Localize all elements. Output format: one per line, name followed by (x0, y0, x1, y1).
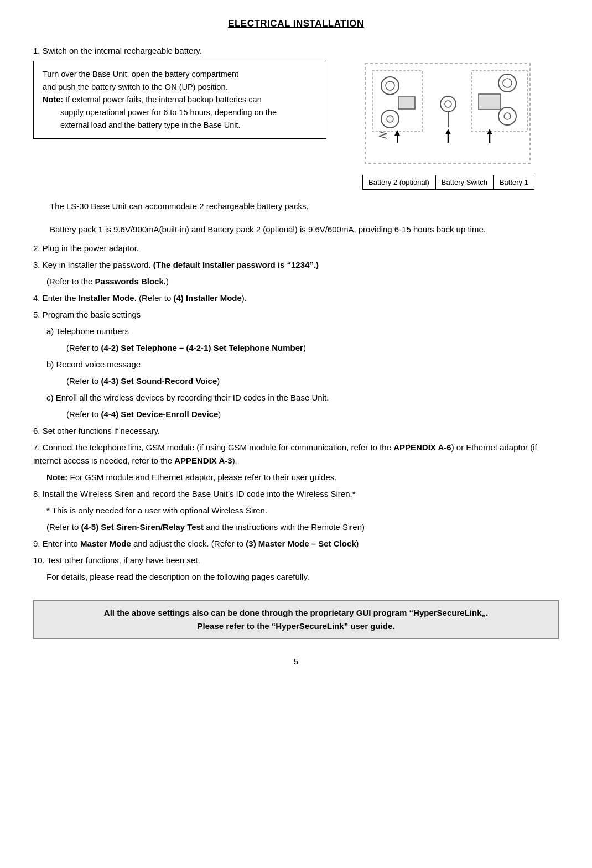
svg-point-2 (381, 77, 399, 95)
step8a-text: This is only needed for a user with opti… (52, 506, 267, 515)
diagram-area: Battery 2 (optional) Battery Switch Batt… (337, 61, 559, 190)
step8b-after: and the instructions with the Remote Sir… (204, 522, 365, 532)
highlight-line1: All the above settings also can be done … (43, 606, 549, 620)
step4-bold: Installer Mode (79, 293, 134, 303)
step8b-bold: (4-5) Set Siren-Siren/Relay Test (81, 522, 204, 532)
step-8a: * This is only needed for a user with op… (33, 504, 559, 517)
note-text: If external power fails, the internal ba… (63, 95, 262, 104)
step5b-ref-bold: (4-3) Set Sound-Record Voice (101, 376, 217, 386)
body-paragraph-1: The LS-30 Base Unit can accommodate 2 re… (33, 200, 559, 213)
svg-line-8 (379, 134, 387, 136)
note-label: Note: (43, 95, 63, 104)
step4-middle: . (Refer to (134, 293, 174, 303)
textbox-line2: and push the battery switch to the ON (U… (43, 81, 317, 93)
battery-info-box: Turn over the Base Unit, open the batter… (33, 61, 326, 139)
step10-text: Test other functions, if any have been s… (47, 555, 200, 565)
step6-text: Set other functions if necessary. (43, 426, 160, 435)
step-5c: c) Enroll all the wireless devices by re… (33, 391, 559, 404)
step-5: 5. Program the basic settings (33, 308, 559, 321)
step5b-text: Record voice message (56, 360, 141, 369)
battery-switch-label: Battery Switch (435, 175, 494, 190)
step-10-sub: For details, please read the description… (33, 570, 559, 584)
numbered-list: 2. Plug in the power adaptor. 3. Key in … (33, 242, 559, 584)
battery1-label: Battery 1 (494, 175, 534, 190)
step7-bold2: APPENDIX A-3 (174, 456, 232, 465)
svg-point-22 (504, 113, 511, 119)
step-2: 2. Plug in the power adaptor. (33, 242, 559, 255)
step-5c-ref: (Refer to (4-4) Set Device-Enroll Device… (33, 408, 559, 421)
svg-marker-16 (445, 129, 451, 134)
step-5a: a) Telephone numbers (33, 325, 559, 338)
step3-sub-before: (Refer to the (46, 277, 95, 286)
step-9: 9. Enter into Master Mode and adjust the… (33, 537, 559, 550)
step4-bold2: (4) Installer Mode (173, 293, 241, 303)
step-6: 6. Set other functions if necessary. (33, 424, 559, 438)
page-title: ELECTRICAL INSTALLATION (33, 17, 559, 31)
step9-bold: Master Mode (80, 539, 131, 548)
step3-before: Key in Installer the password. (43, 260, 153, 269)
page-number: 5 (33, 656, 559, 668)
step4-end: ). (242, 293, 247, 303)
step4-before: Enter the (43, 293, 79, 303)
step7-bold: APPENDIX A-6 (393, 443, 451, 452)
step5c-ref-before: (Refer to (66, 409, 101, 419)
step5c-ref-bold: (4-4) Set Device-Enroll Device (101, 409, 219, 419)
svg-point-3 (386, 81, 394, 90)
step5b-ref-before: (Refer to (66, 376, 101, 386)
step7-note-label: Note: (46, 472, 67, 482)
step3-sub-bold: Passwords Block. (95, 277, 166, 286)
highlight-box: All the above settings also can be done … (33, 600, 559, 639)
step7-note-text: For GSM module and Ethernet adaptor, ple… (67, 472, 336, 482)
step9-end: ) (356, 539, 359, 548)
svg-point-18 (498, 74, 516, 92)
textbox-line1: Turn over the Base Unit, open the batter… (43, 68, 317, 81)
step-7: 7. Connect the telephone line, GSM modul… (33, 441, 559, 467)
textbox-note-line2: supply operational power for 6 to 15 hou… (43, 106, 317, 119)
step9-before: Enter into (43, 539, 80, 548)
step1-intro: 1. Switch on the internal rechargeable b… (33, 44, 559, 58)
step5c-text: Enroll all the wireless devices by recor… (56, 393, 329, 402)
step8-text: Install the Wireless Siren and record th… (43, 489, 356, 498)
step5a-ref-after: ) (303, 343, 306, 352)
step9-middle: and adjust the clock. (Refer to (131, 539, 246, 548)
svg-rect-20 (479, 94, 501, 110)
svg-point-13 (440, 96, 456, 112)
step8b-before: (Refer to (46, 522, 81, 532)
step-7-note: Note: For GSM module and Ethernet adapto… (33, 471, 559, 484)
device-diagram (362, 61, 534, 171)
step7-end: ). (232, 456, 237, 465)
svg-line-9 (379, 136, 387, 138)
step-5b: b) Record voice message (33, 358, 559, 371)
step-4: 4. Enter the Installer Mode. (Refer to (… (33, 292, 559, 305)
svg-point-19 (503, 79, 512, 87)
step-3: 3. Key in Installer the password. (The d… (33, 258, 559, 272)
svg-point-6 (387, 116, 393, 122)
svg-rect-4 (398, 97, 415, 109)
step5b-ref-after: ) (217, 376, 220, 386)
step-8: 8. Install the Wireless Siren and record… (33, 487, 559, 501)
svg-point-21 (498, 107, 516, 125)
highlight-line2: Please refer to the “HyperSecureLink” us… (43, 620, 549, 633)
textbox-note: Note: If external power fails, the inter… (43, 93, 317, 106)
textbox-note-line3: external load and the battery type in th… (43, 119, 317, 132)
step-10: 10. Test other functions, if any have be… (33, 554, 559, 567)
diagram-labels: Battery 2 (optional) Battery Switch Batt… (362, 175, 534, 190)
battery2-label: Battery 2 (optional) (362, 175, 435, 190)
step5c-ref-after: ) (218, 409, 221, 419)
step-5a-ref: (Refer to (4-2) Set Telephone – (4-2-1) … (33, 341, 559, 355)
step-8b-ref: (Refer to (4-5) Set Siren-Siren/Relay Te… (33, 521, 559, 534)
svg-point-5 (381, 110, 399, 128)
step-5b-ref: (Refer to (4-3) Set Sound-Record Voice) (33, 375, 559, 388)
svg-point-14 (445, 101, 451, 107)
top-section: Turn over the Base Unit, open the batter… (33, 61, 559, 190)
step3-bold: (The default Installer password is “1234… (153, 260, 319, 269)
step7-before: Connect the telephone line, GSM module (… (43, 443, 393, 452)
step5a-ref-before: (Refer to (66, 343, 101, 352)
step5-text: Program the basic settings (43, 310, 141, 319)
step5a-text: Telephone numbers (56, 326, 129, 336)
step9-bold2: (3) Master Mode – Set Clock (246, 539, 356, 548)
svg-marker-11 (394, 130, 400, 136)
step3-sub-close: ) (166, 277, 169, 286)
step5a-ref-bold: (4-2) Set Telephone – (4-2-1) Set Teleph… (101, 343, 303, 352)
step10-sub-text: For details, please read the description… (46, 572, 309, 581)
